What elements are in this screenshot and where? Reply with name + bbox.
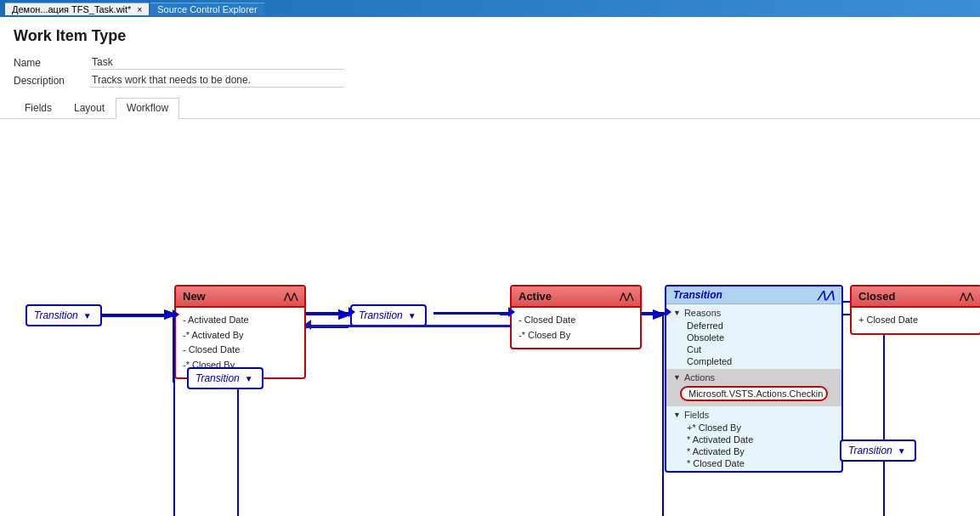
fields-arrow: ▼ — [673, 411, 681, 419]
reason-1[interactable]: Deferred — [673, 320, 835, 332]
panel-field-3[interactable]: * Activated By — [673, 445, 835, 457]
panel-actions-header: ▼ Actions — [673, 371, 835, 384]
chevron-down-2: ▼ — [408, 311, 416, 320]
connector-top-1 — [102, 315, 174, 317]
state-active-header: Active ⋀⋀ — [512, 286, 640, 308]
new-field-1: - Activated Date — [183, 313, 297, 328]
reason-4[interactable]: Completed — [673, 355, 835, 367]
panel-field-1[interactable]: +* Closed By — [673, 422, 835, 434]
main-area: Work Item Type Name Task Description Tra… — [0, 17, 980, 516]
tab-task-label: Демон...ация TFS_Task.wit* — [12, 4, 131, 14]
arrowhead-1 — [173, 309, 179, 320]
state-new: New ⋀⋀ - Activated Date -* Activated By … — [174, 285, 306, 379]
tab-task-wit[interactable]: Демон...ация TFS_Task.wit* × — [5, 3, 149, 15]
name-label: Name — [14, 57, 90, 69]
connector-new-trans — [306, 312, 351, 315]
panel-reasons-header: ▼ Reasons — [673, 306, 835, 320]
title-tabs: Демон...ация TFS_Task.wit* × Source Cont… — [5, 3, 266, 15]
panel-header: Transition ⋀⋀ — [666, 286, 841, 304]
arrowhead-back-1 — [304, 320, 311, 330]
closed-field-1: + Closed Date — [858, 313, 973, 328]
panel-actions-section: ▼ Actions Microsoft.VSTS.Actions.Checkin — [666, 369, 841, 406]
transition-label-2: Transition — [359, 309, 403, 321]
state-closed-title: Closed — [858, 290, 895, 303]
transition-box-1[interactable]: Transition ▼ — [25, 304, 102, 326]
transition-label-1: Transition — [34, 309, 78, 321]
reasons-label: Reasons — [684, 308, 721, 318]
tab-workflow[interactable]: Workflow — [116, 98, 179, 119]
state-active-title: Active — [518, 290, 552, 303]
state-closed-header: Closed ⋀⋀ — [852, 286, 980, 308]
tab-source-control[interactable]: Source Control Explorer — [150, 3, 263, 15]
back-arrow-1 — [306, 325, 512, 327]
panel-header-label: Transition — [673, 289, 722, 301]
panel-field-2[interactable]: * Activated Date — [673, 434, 835, 445]
transition-box-3[interactable]: Transition ▼ — [187, 367, 263, 389]
close-tab-btn[interactable]: × — [137, 5, 142, 14]
panel-reasons-section: ▼ Reasons Deferred Obsolete Cut Complete… — [666, 304, 841, 369]
tab-fields[interactable]: Fields — [14, 98, 63, 118]
desc-value: Tracks work that needs to be done. — [90, 73, 345, 88]
active-field-1: - Closed Date — [518, 313, 633, 328]
reason-2[interactable]: Obsolete — [673, 332, 835, 343]
state-closed-collapse[interactable]: ⋀⋀ — [960, 292, 973, 301]
new-field-2: -* Activated By — [183, 328, 297, 343]
state-new-header: New ⋀⋀ — [176, 286, 304, 308]
tab-layout[interactable]: Layout — [63, 98, 116, 118]
chevron-down-3: ▼ — [245, 374, 253, 383]
state-closed: Closed ⋀⋀ + Closed Date — [850, 285, 980, 335]
expanded-panel: Transition ⋀⋀ ▼ Reasons Deferred Obsolet… — [665, 285, 843, 473]
state-closed-body: + Closed Date — [852, 308, 980, 333]
state-active: Active ⋀⋀ - Closed Date -* Closed By — [510, 285, 642, 349]
connector-active-panel — [641, 312, 666, 315]
desc-label: Description — [14, 75, 90, 87]
panel-header-chevron: ⋀⋀ — [818, 289, 835, 301]
state-new-title: New — [183, 290, 206, 303]
workflow-canvas[interactable]: Transition ▼ New ⋀⋀ - Activated Date -* … — [0, 119, 980, 516]
connector-trans-active — [433, 312, 511, 315]
connector-left-new — [173, 315, 175, 383]
transition-label-5: Transition — [848, 445, 892, 456]
new-field-3: - Closed Date — [183, 343, 297, 358]
transition-box-5[interactable]: Transition ▼ — [840, 439, 916, 462]
panel-fields-header: ▼ Fields — [673, 408, 835, 422]
arrowhead-3 — [508, 307, 515, 317]
state-new-collapse[interactable]: ⋀⋀ — [284, 292, 297, 301]
panel-fields-section: ▼ Fields +* Closed By * Activated Date *… — [666, 406, 841, 471]
title-bar: Демон...ация TFS_Task.wit* × Source Cont… — [0, 0, 980, 17]
workflow-inner: Transition ▼ New ⋀⋀ - Activated Date -* … — [17, 136, 980, 516]
arrowhead-2 — [348, 307, 355, 317]
state-active-body: - Closed Date -* Closed By — [512, 308, 640, 348]
page-title: Work Item Type — [0, 17, 980, 52]
chevron-down-5: ▼ — [898, 446, 906, 456]
actions-label: Actions — [684, 372, 715, 383]
reasons-arrow: ▼ — [673, 309, 681, 317]
chevron-down-1: ▼ — [83, 311, 92, 320]
tab-source-label: Source Control Explorer — [157, 4, 257, 14]
transition-box-2[interactable]: Transition ▼ — [350, 304, 427, 326]
form-section: Name Task Description Tracks work that n… — [0, 52, 980, 94]
name-value: Task — [90, 55, 345, 70]
state-active-collapse[interactable]: ⋀⋀ — [620, 292, 633, 301]
action-item[interactable]: Microsoft.VSTS.Actions.Checkin — [680, 386, 828, 401]
reason-3[interactable]: Cut — [673, 343, 835, 355]
panel-field-4[interactable]: * Closed Date — [673, 457, 835, 469]
arrowhead-4 — [665, 307, 671, 317]
tabs-bar: Fields Layout Workflow — [0, 98, 980, 119]
desc-row: Description Tracks work that needs to be… — [14, 73, 966, 88]
transition-label-3: Transition — [195, 372, 240, 384]
fields-label: Fields — [684, 410, 709, 420]
active-field-2: -* Closed By — [518, 328, 633, 343]
name-row: Name Task — [14, 55, 966, 70]
actions-arrow: ▼ — [673, 373, 681, 382]
action-item-label: Microsoft.VSTS.Actions.Checkin — [688, 388, 823, 399]
